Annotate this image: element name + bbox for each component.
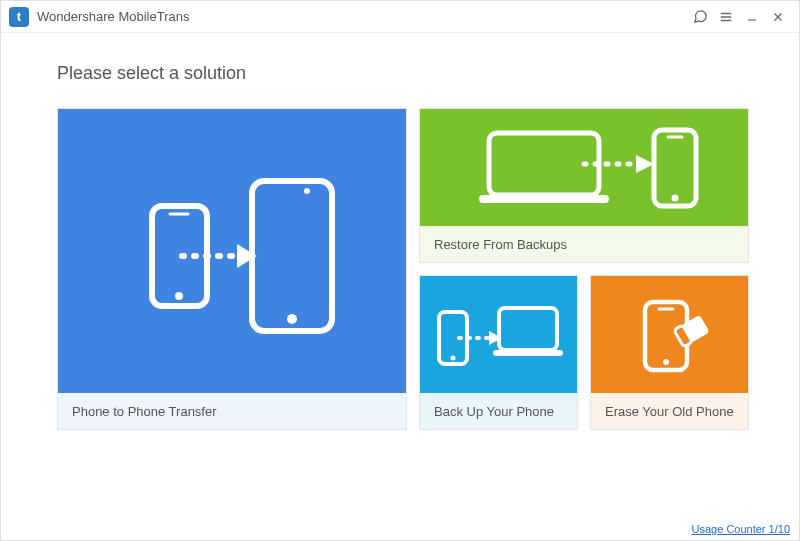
menu-icon[interactable]	[713, 4, 739, 30]
svg-marker-17	[636, 155, 654, 173]
main-content: Please select a solution P	[1, 33, 799, 430]
svg-point-7	[175, 292, 183, 300]
app-logo-icon: t	[9, 7, 29, 27]
titlebar: t Wondershare MobileTrans	[1, 1, 799, 33]
feedback-icon[interactable]	[687, 4, 713, 30]
svg-rect-25	[499, 308, 557, 350]
svg-rect-11	[252, 181, 332, 331]
minimize-button[interactable]	[739, 4, 765, 30]
tile-phone-to-phone-transfer[interactable]: Phone to Phone Transfer	[57, 108, 407, 430]
tile-label: Erase Your Old Phone	[591, 393, 748, 429]
footer: Usage Counter 1/10	[692, 523, 790, 535]
app-title: Wondershare MobileTrans	[37, 9, 189, 24]
svg-rect-15	[479, 195, 609, 203]
tile-grid: Phone to Phone Transfer Restore From	[57, 108, 743, 430]
tile-erase-your-old-phone[interactable]: Erase Your Old Phone	[590, 275, 749, 430]
svg-point-28	[663, 359, 669, 365]
svg-rect-26	[493, 350, 563, 356]
svg-point-19	[672, 194, 679, 201]
tile-back-up-your-phone[interactable]: Back Up Your Phone	[419, 275, 578, 430]
tile-restore-from-backups[interactable]: Restore From Backups	[419, 108, 749, 263]
phone-to-laptop-icon	[420, 276, 577, 393]
laptop-to-phone-icon	[420, 109, 748, 226]
usage-counter-link[interactable]: Usage Counter 1/10	[692, 523, 790, 535]
svg-point-12	[287, 314, 297, 324]
page-heading: Please select a solution	[57, 63, 743, 84]
tile-label: Restore From Backups	[420, 226, 748, 262]
tile-label: Phone to Phone Transfer	[58, 393, 406, 429]
tile-label: Back Up Your Phone	[420, 393, 577, 429]
erase-phone-icon	[591, 276, 748, 393]
close-button[interactable]	[765, 4, 791, 30]
svg-point-22	[450, 355, 455, 360]
svg-point-13	[304, 188, 310, 194]
phone-to-phone-icon	[58, 109, 406, 393]
